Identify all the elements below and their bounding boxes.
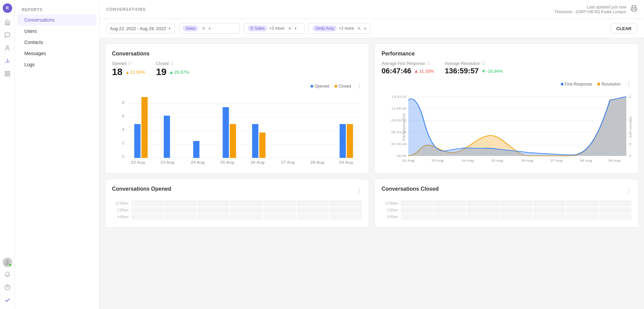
user-avatar-top: R — [3, 3, 12, 13]
date-chevron-icon: ▼ — [168, 27, 171, 30]
avg-first-label: Average First Response ⓘ — [382, 61, 434, 66]
svg-rect-24 — [193, 141, 199, 158]
conv-closed-heatmap: 12:00am 2:00am — [382, 200, 631, 220]
heatmap-cell — [263, 214, 296, 220]
heatmap-cell — [599, 200, 631, 206]
conv-opened-title: Conversations Opened — [112, 186, 171, 192]
svg-text:25 Aug: 25 Aug — [491, 159, 503, 162]
svg-text:25 Aug: 25 Aug — [220, 161, 234, 164]
closed-stat: Closed ⓘ 19 ▲ 26.67% — [156, 61, 189, 77]
heatmap-cell — [164, 200, 197, 206]
svg-rect-26 — [230, 124, 236, 158]
heatmap-cell — [566, 214, 599, 220]
inbox-chevron-icon[interactable]: ▼ — [208, 27, 211, 30]
performance-chart-menu[interactable]: ⋮ — [626, 81, 631, 87]
inbox-tag: Sales — [183, 25, 198, 31]
status-line1: Last updated just now — [554, 5, 626, 9]
svg-text:26 Aug: 26 Aug — [521, 159, 533, 162]
closed-label: Closed ⓘ — [156, 61, 189, 66]
sidebar-item-contacts[interactable]: Contacts — [18, 37, 96, 48]
agent-filter[interactable]: D Sales +2 more ✕ ▼ — [244, 23, 305, 34]
heatmap-cell — [467, 214, 499, 220]
time-label-4am-closed: 4:00am — [382, 215, 400, 219]
svg-text:28 Aug: 28 Aug — [580, 159, 592, 162]
heatmap-cell — [533, 214, 566, 220]
nav-home-icon[interactable] — [2, 17, 13, 28]
agent-tag: D Sales — [248, 25, 267, 31]
sidebar-item-logs[interactable]: Logs — [18, 59, 96, 70]
svg-text:222:13:20: 222:13:20 — [629, 95, 631, 98]
conversations-chart-menu[interactable]: ⋮ — [356, 83, 362, 89]
nav-check-icon[interactable] — [2, 295, 13, 306]
legend-first-dot — [561, 83, 564, 86]
svg-text:55:33:20: 55:33:20 — [629, 142, 631, 146]
opened-info-icon: ⓘ — [128, 61, 132, 66]
date-range-filter[interactable]: Aug 22, 2022 - Aug 29, 2022 ▼ — [106, 24, 175, 33]
svg-rect-4 — [5, 71, 7, 73]
nav-org-icon[interactable] — [2, 68, 13, 79]
svg-text:First Response Time: First Response Time — [402, 113, 406, 141]
svg-text:2: 2 — [122, 141, 124, 145]
svg-text:02:46:40: 02:46:40 — [391, 142, 407, 146]
svg-text:Resolution Time: Resolution Time — [629, 116, 631, 138]
heatmap-cell — [230, 200, 263, 206]
svg-rect-28 — [259, 133, 265, 158]
heatmap-cell — [131, 207, 164, 213]
status-line2: Timezone - (GMT+08:00) Kuala Lumpur — [554, 9, 626, 14]
heatmap-cell — [297, 207, 329, 213]
legend-resolution: Resolution — [597, 82, 621, 87]
nav-report-icon[interactable] — [2, 55, 13, 66]
sidebar-item-messages[interactable]: Messages — [18, 48, 96, 59]
conv-opened-chart-menu[interactable]: ⋮ — [356, 188, 362, 194]
nav-notification-icon[interactable] — [2, 269, 13, 280]
topbar: CONVERSATIONS Last updated just now Time… — [99, 0, 644, 19]
avg-resolution-info-icon: ⓘ — [482, 61, 485, 66]
clear-filters-button[interactable]: CLEAR — [611, 24, 637, 33]
agent-clear-icon[interactable]: ✕ — [288, 26, 292, 31]
performance-stats: Average First Response ⓘ 06:47:46 ▲ 11.3… — [382, 61, 631, 75]
svg-text:26 Aug: 26 Aug — [251, 161, 264, 164]
svg-text:27 Aug: 27 Aug — [281, 161, 295, 164]
sidebar-item-users[interactable]: Users — [18, 26, 96, 37]
opened-value: 18 — [112, 67, 122, 77]
heatmap-cell — [197, 200, 230, 206]
nav-chat-icon[interactable] — [2, 30, 13, 41]
heatmap-cell — [297, 214, 329, 220]
user-avatar-bottom[interactable] — [3, 258, 12, 267]
inbox-filter[interactable]: Sales ✕ ▼ — [179, 23, 240, 34]
svg-rect-5 — [8, 71, 9, 73]
nav-contact-icon[interactable] — [2, 43, 13, 53]
inbox-clear-icon[interactable]: ✕ — [202, 26, 206, 31]
topbar-right: Last updated just now Timezone - (GMT+08… — [554, 5, 637, 14]
heatmap-cell — [500, 200, 532, 206]
heatmap-cell — [500, 214, 532, 220]
conversations-opened-card: Conversations Opened ⋮ 12:00am 2:00am — [105, 179, 369, 228]
heatmap-cell — [566, 207, 599, 213]
heatmap-cell — [401, 200, 433, 206]
heatmap-cell — [599, 214, 631, 220]
heatmap-cell — [401, 207, 433, 213]
svg-text:24 Aug: 24 Aug — [191, 161, 205, 164]
svg-rect-10 — [632, 9, 636, 11]
agent-chevron-icon[interactable]: ▼ — [294, 27, 297, 30]
conversations-bar-chart: 0 2 4 6 8 — [112, 92, 362, 166]
person-clear-icon[interactable]: ✕ — [357, 26, 361, 31]
heatmap-cell — [297, 200, 329, 206]
heatmap-cell — [329, 207, 362, 213]
sidebar-item-conversations[interactable]: Conversations — [18, 15, 96, 25]
avg-first-info-icon: ⓘ — [427, 61, 430, 66]
person-chevron-icon[interactable]: ▼ — [363, 27, 367, 30]
avg-resolution-label: Average Resolution ⓘ — [445, 61, 503, 66]
print-icon[interactable] — [630, 5, 637, 14]
person-filter[interactable]: Dedy Anry +2 more ✕ ▼ — [309, 23, 370, 34]
opened-arrow-icon: ▲ — [125, 70, 130, 75]
conv-closed-chart-menu[interactable]: ⋮ — [626, 188, 631, 194]
page-title: CONVERSATIONS — [106, 7, 146, 12]
heatmap-cell — [329, 214, 362, 220]
heatmap-cell — [533, 200, 566, 206]
svg-rect-22 — [141, 97, 147, 158]
nav-help-icon[interactable] — [2, 282, 13, 293]
heatmap-cell — [263, 207, 296, 213]
heatmap-cell — [263, 200, 296, 206]
heatmap-cell — [131, 214, 164, 220]
